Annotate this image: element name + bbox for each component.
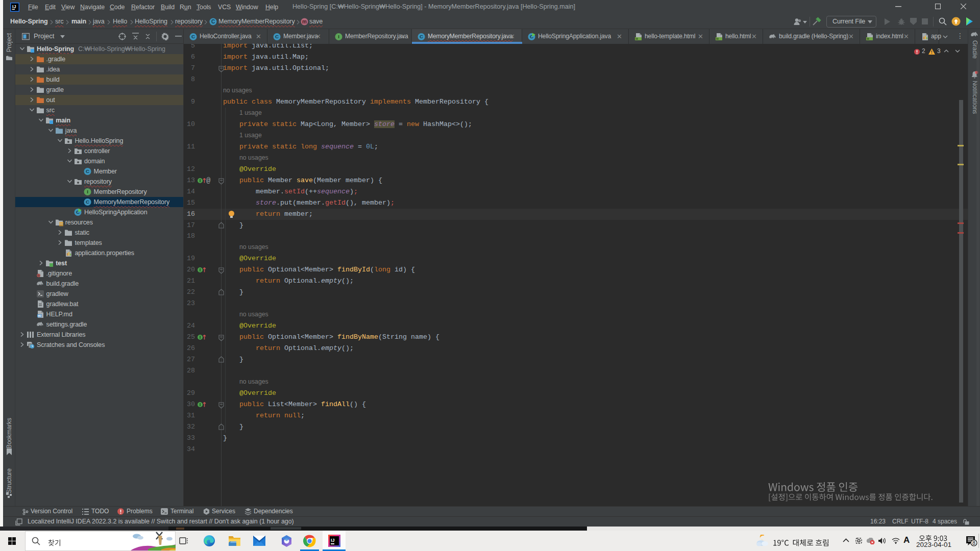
svg-text:H: H	[635, 37, 638, 40]
svg-text:C: C	[211, 19, 215, 24]
svg-text:H: H	[716, 37, 718, 40]
svg-text:I: I	[338, 34, 339, 39]
svg-text:8: 8	[972, 540, 975, 546]
svg-text:C: C	[420, 34, 423, 39]
svg-text:I: I	[87, 189, 88, 194]
svg-text:IJ: IJ	[12, 4, 16, 9]
svg-text:H: H	[867, 37, 869, 40]
svg-text:C: C	[275, 34, 279, 39]
svg-text:C: C	[86, 199, 89, 205]
svg-text:MD: MD	[38, 315, 42, 317]
svg-text:C: C	[191, 34, 195, 39]
svg-text:IJ: IJ	[331, 538, 335, 543]
svg-text:C: C	[86, 168, 89, 174]
svg-text:m: m	[302, 19, 307, 24]
